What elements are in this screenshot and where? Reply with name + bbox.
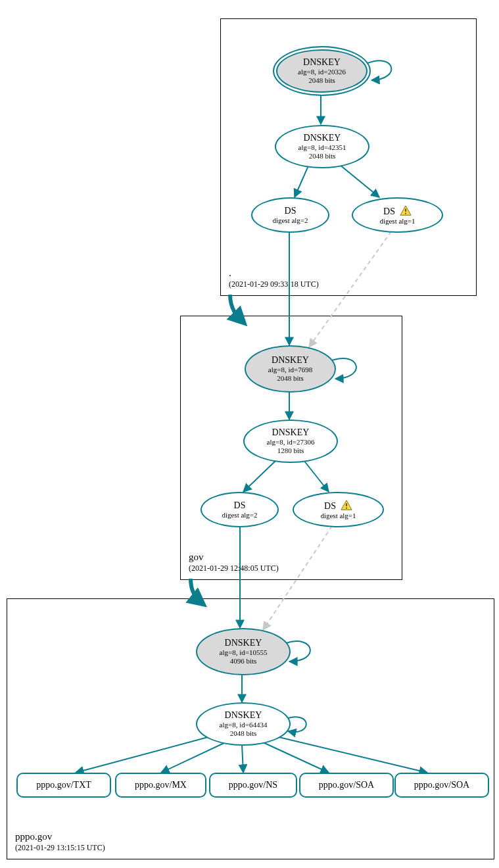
node-pppo-ksk: DNSKEY alg=8, id=10555 4096 bits — [196, 628, 291, 675]
node-gov-ds1: DS digest alg=1 — [293, 492, 384, 527]
svg-rect-0 — [405, 208, 406, 211]
node-root-ksk: DNSKEY alg=8, id=20326 2048 bits — [273, 46, 371, 96]
rrset-mx: pppo.gov/MX — [115, 773, 206, 798]
rrset-soa-1: pppo.gov/SOA — [299, 773, 394, 798]
node-root-ds1: DS digest alg=1 — [352, 197, 443, 233]
node-root-ds2: DS digest alg=2 — [251, 197, 329, 233]
node-gov-ksk: DNSKEY alg=8, id=7698 2048 bits — [245, 345, 336, 393]
rrset-soa-2: pppo.gov/SOA — [394, 773, 489, 798]
svg-rect-3 — [346, 507, 347, 508]
zone-root-label: . (2021-01-29 09:33:18 UTC) — [229, 267, 319, 290]
svg-rect-2 — [346, 503, 347, 506]
svg-rect-1 — [405, 212, 406, 214]
node-gov-ds2: DS digest alg=2 — [201, 492, 279, 527]
zone-gov-label: gov (2021-01-29 12:48:05 UTC) — [189, 551, 279, 574]
zone-pppo-label: pppo.gov (2021-01-29 13:15:15 UTC) — [15, 831, 105, 854]
node-gov-zsk: DNSKEY alg=8, id=27306 1280 bits — [243, 420, 338, 463]
node-root-zsk: DNSKEY alg=8, id=42351 2048 bits — [275, 125, 369, 168]
warning-icon — [400, 205, 412, 216]
warning-icon — [341, 500, 352, 510]
rrset-txt: pppo.gov/TXT — [16, 773, 111, 798]
rrset-ns: pppo.gov/NS — [209, 773, 297, 798]
node-pppo-zsk: DNSKEY alg=8, id=64434 2048 bits — [196, 702, 291, 746]
